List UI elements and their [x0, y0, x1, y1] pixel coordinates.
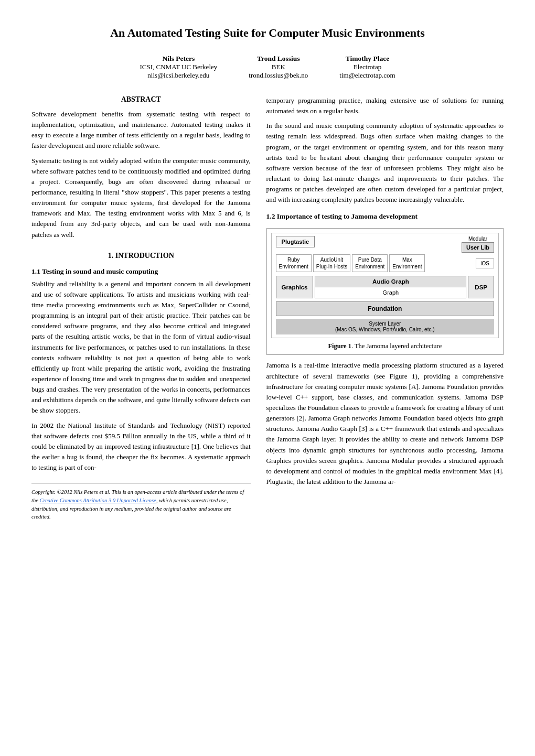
max-env-box: Max Environment [389, 254, 425, 272]
author-2: Trond Lossius BEK trond.lossius@bek.no [249, 55, 308, 80]
dsp-box: DSP [468, 276, 494, 298]
abstract-p1: Software development benefits from syste… [31, 109, 251, 152]
author-3-affiliation: Electrotap [339, 63, 395, 71]
authors-section: Nils Peters ICSI, CNMAT UC Berkeley nils… [31, 55, 504, 80]
foundation-row: Foundation [272, 300, 498, 317]
right-p2: In the sound and music computing communi… [266, 121, 504, 205]
right-bottom-p1: Jamoma is a real-time interactive media … [266, 360, 504, 487]
copyright-link[interactable]: Creative Commons Attribution 3.0 Unporte… [39, 498, 156, 503]
foundation-box: Foundation [276, 301, 494, 316]
main-content: ABSTRACT Software development benefits f… [31, 95, 504, 521]
intro-p2: In 2002 the National Institute of Standa… [31, 420, 251, 473]
figure-caption-label: Figure 1 [328, 342, 351, 350]
audio-graph-group: Audio Graph Graph [315, 276, 466, 298]
ruby-env-box: Ruby Environment [276, 254, 312, 272]
system-layer-box: System Layer (Mac OS, Windows, PortAudio… [276, 319, 494, 334]
author-3-email: tim@electrotap.com [339, 71, 395, 80]
subsection-1-1-heading: 1.1 Testing in sound and music computing [31, 267, 251, 276]
left-column: ABSTRACT Software development benefits f… [31, 95, 251, 521]
abstract-title: ABSTRACT [31, 95, 251, 104]
author-3: Timothy Place Electrotap tim@electrotap.… [339, 55, 395, 80]
author-2-affiliation: BEK [249, 63, 308, 71]
graph-label: Graph [315, 287, 466, 298]
page-title: An Automated Testing Suite for Computer … [31, 26, 504, 40]
author-1-email: nils@icsi.berkeley.edu [140, 71, 217, 80]
audiounit-env-box: AudioUnit Plug-in Hosts [313, 254, 350, 272]
author-1: Nils Peters ICSI, CNMAT UC Berkeley nils… [140, 55, 217, 80]
modular-userlib-box: Modular User Lib [462, 236, 494, 253]
audio-graph-label: Audio Graph [315, 276, 466, 287]
abstract-p2: Systematic testing is not widely adopted… [31, 156, 251, 240]
subsection-1-2-heading: 1.2 Importance of testing to Jamoma deve… [266, 212, 504, 221]
graphics-box: Graphics [276, 276, 314, 298]
right-column: temporary programming practice, making e… [266, 95, 504, 521]
figure-caption-text: . The Jamoma layered architecture [351, 342, 442, 350]
right-p1: temporary programming practice, making e… [266, 95, 504, 116]
figure-1-container: Plugtastic Modular User Lib Ruby Environ… [266, 228, 504, 355]
puredata-env-box: Pure Data Environment [352, 254, 388, 272]
author-3-name: Timothy Place [339, 55, 395, 63]
intro-p1: Stability and reliability is a general a… [31, 279, 251, 416]
system-layer-row: System Layer (Mac OS, Windows, PortAudio… [272, 317, 498, 338]
jamoma-diagram: Plugtastic Modular User Lib Ruby Environ… [271, 233, 499, 338]
author-1-affiliation: ICSI, CNMAT UC Berkeley [140, 63, 217, 71]
author-2-email: trond.lossius@bek.no [249, 71, 308, 80]
copyright-note: Copyright: ©2012 Nils Peters et al. This… [31, 483, 251, 521]
abstract-section: ABSTRACT Software development benefits f… [31, 95, 251, 240]
author-2-name: Trond Lossius [249, 55, 308, 63]
intro-title: 1. INTRODUCTION [31, 252, 251, 260]
figure-caption: Figure 1. The Jamoma layered architectur… [271, 342, 499, 350]
plugtastic-box: Plugtastic [276, 236, 315, 247]
author-1-name: Nils Peters [140, 55, 217, 63]
ios-box: iOS [476, 258, 494, 268]
